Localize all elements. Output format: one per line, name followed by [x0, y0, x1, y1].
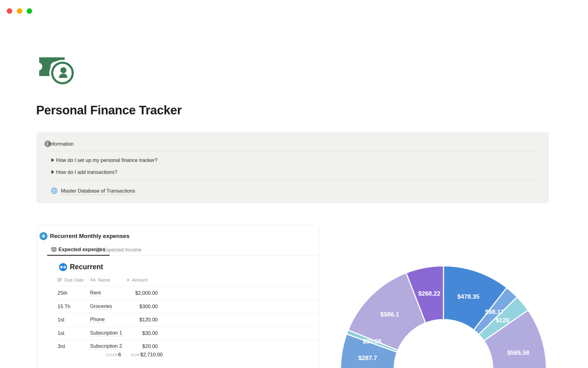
- cell-amt[interactable]: $30.00: [121, 330, 158, 336]
- donut-chart: $478.35$98.17$120$565.58$268.22$586.1$30…: [325, 255, 564, 368]
- table-row[interactable]: 1stPhone$120.00: [54, 313, 319, 327]
- window-minimize-button[interactable]: [17, 8, 22, 14]
- tab-expected-income[interactable]: Expected Income: [91, 244, 146, 256]
- toggle-label[interactable]: How do I set up my personal finance trac…: [56, 157, 157, 163]
- card-title: Recurrent Monthly expenses: [50, 233, 130, 240]
- cell-name[interactable]: Rent: [90, 290, 101, 296]
- count-value[interactable]: 6: [118, 352, 121, 358]
- notion-window: Personal Finance Tracker i Information H…: [0, 0, 588, 368]
- Aa-icon: Aa: [90, 277, 96, 282]
- information-callout: i Information How do I set up my persona…: [36, 132, 549, 203]
- column-label[interactable]: Amount: [132, 277, 148, 282]
- column-label[interactable]: Name: [98, 277, 110, 282]
- lines-icon: [57, 278, 62, 282]
- cell-due[interactable]: 1st: [58, 330, 64, 336]
- money-banknote-icon: [34, 57, 76, 86]
- sum-value[interactable]: $2,710.00: [140, 352, 163, 358]
- window-close-button[interactable]: [7, 8, 12, 14]
- donut-slice-label: $287.7: [358, 355, 377, 361]
- donut-slice-label: $478.35: [457, 293, 479, 300]
- recurrent-expenses-card: Recurrent Monthly expenses Expected expe…: [37, 225, 319, 368]
- table-row[interactable]: 25thRent$2,000.00: [54, 286, 319, 300]
- sum-label[interactable]: SUM: [131, 353, 139, 357]
- cell-due[interactable]: 25th: [58, 290, 67, 296]
- column-header-due-date[interactable]: Due Date: [57, 276, 84, 283]
- count-label[interactable]: COUNT: [106, 353, 119, 357]
- toggle-arrow-icon[interactable]: [51, 170, 54, 174]
- cell-amt[interactable]: $120.00: [121, 317, 158, 323]
- globe-icon: [51, 187, 58, 194]
- donut-slice-label: $98.17: [485, 309, 504, 315]
- donut-slice-label: $120: [496, 317, 510, 324]
- table-rows: 25thRent$2,000.0015 ThGroceries$300.001s…: [37, 286, 319, 353]
- cell-due[interactable]: 1st: [58, 317, 64, 323]
- column-label[interactable]: Due Date: [64, 277, 84, 282]
- section-title[interactable]: Recurrent: [70, 263, 103, 271]
- cell-amt[interactable]: $2,000.00: [121, 290, 158, 296]
- hash-icon: #: [127, 277, 129, 282]
- column-header-name[interactable]: Aa Name: [90, 276, 110, 283]
- page-title[interactable]: Personal Finance Tracker: [36, 103, 182, 117]
- table-icon: [96, 247, 100, 252]
- toggle-label[interactable]: How do I add transactions?: [56, 169, 117, 175]
- donut-slice-label: $586.1: [380, 311, 399, 318]
- cell-amt[interactable]: $300.00: [121, 303, 158, 309]
- circle-down-arrow-icon[interactable]: [40, 232, 47, 240]
- divider: [48, 151, 541, 151]
- donut-slice-label: $268.22: [418, 290, 440, 297]
- table-icon: [51, 247, 56, 252]
- linked-database-title[interactable]: Recurrent: [59, 263, 103, 271]
- window-zoom-button[interactable]: [27, 8, 32, 14]
- tab-label[interactable]: Expected Income: [103, 247, 142, 253]
- link-label[interactable]: Master Database of Transactions: [61, 188, 135, 195]
- table-footer: COUNT 6 SUM $2,710.00: [37, 347, 319, 368]
- view-tabs: Expected expenses Expected Income: [37, 244, 319, 256]
- cell-due[interactable]: 15 Th: [58, 303, 70, 309]
- callout-title: Information: [48, 141, 74, 147]
- table-row[interactable]: 1stSubscription 1$30.00: [54, 327, 319, 340]
- toggle-arrow-icon[interactable]: [51, 158, 54, 162]
- cell-name[interactable]: Groceries: [90, 303, 112, 309]
- donut-slice-label: $565.58: [507, 349, 529, 356]
- donut-slice-label: $30.68: [363, 338, 381, 345]
- page-money-icon[interactable]: [32, 54, 78, 86]
- divider: [48, 180, 541, 181]
- cell-name[interactable]: Phone: [90, 316, 105, 323]
- cell-name[interactable]: Subscription 1: [90, 330, 122, 336]
- circle-left-right-arrow-icon: [59, 263, 67, 271]
- table-row[interactable]: 15 ThGroceries$300.00: [54, 300, 319, 313]
- column-header-amount[interactable]: # Amount: [127, 276, 148, 283]
